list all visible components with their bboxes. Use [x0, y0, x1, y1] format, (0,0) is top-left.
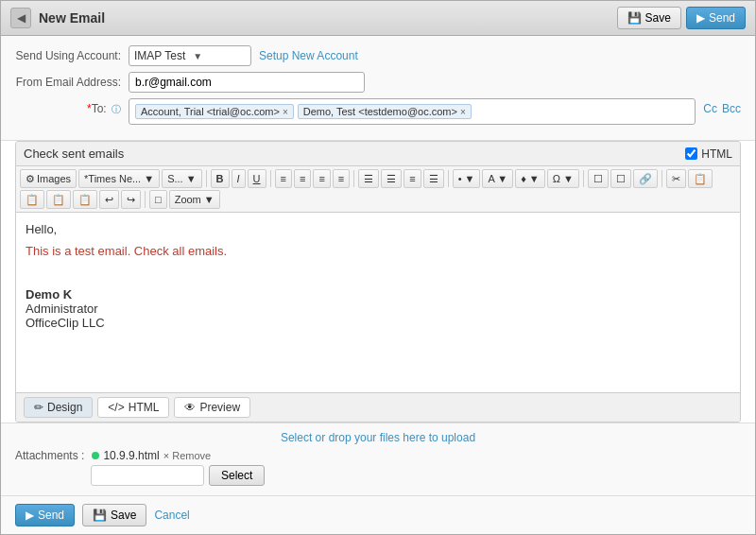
toolbar-font-color[interactable]: A ▼: [482, 169, 513, 188]
attach-input-row: Select: [91, 465, 741, 486]
send-button-footer[interactable]: ▶ Send: [15, 504, 75, 526]
design-icon: ✏: [34, 401, 43, 414]
editor-tabs: ✏ Design </> HTML 👁 Preview: [16, 392, 740, 422]
redo-icon: ↪: [127, 194, 135, 206]
toolbar-sep-4: [448, 170, 449, 187]
toolbar-sep-1: [206, 170, 207, 187]
bullets-icon: • ▼: [458, 173, 475, 184]
save-button-title[interactable]: 💾 Save: [617, 7, 681, 29]
toolbar-align-right[interactable]: ≡: [313, 169, 330, 188]
toolbar-paste-text[interactable]: 📋: [46, 190, 71, 209]
to-info-icon: ⓘ: [112, 104, 121, 114]
editor-content[interactable]: Hello, This is a test email. Check all e…: [16, 213, 740, 392]
account-dropdown-icon: ▼: [193, 51, 202, 61]
toolbar-cut[interactable]: ✂: [666, 169, 686, 188]
account-select[interactable]: IMAP Test ▼: [129, 45, 251, 66]
images-icon: ⚙: [26, 173, 35, 185]
toolbar-align-center[interactable]: ≡: [294, 169, 311, 188]
link-icon: 🔗: [639, 173, 652, 185]
token-1-remove[interactable]: ×: [283, 107, 288, 117]
from-input-wrap: [129, 72, 741, 93]
toolbar-list-ordered[interactable]: ☰: [358, 169, 379, 188]
align-center-icon: ≡: [300, 173, 305, 184]
toolbar-outdent[interactable]: ☰: [423, 169, 444, 188]
toolbar-fullscreen[interactable]: □: [149, 190, 167, 209]
toolbar-sep-2: [270, 170, 271, 187]
toolbar-underline[interactable]: U: [248, 169, 266, 188]
bold-icon: B: [216, 173, 224, 184]
attach-remove-link[interactable]: × Remove: [163, 450, 211, 461]
editor-subject: Check sent emails: [24, 147, 124, 161]
setup-new-account-link[interactable]: Setup New Account: [259, 49, 358, 62]
highlight-icon: ♦ ▼: [521, 173, 540, 184]
attach-file-1: 10.9.9.html × Remove: [92, 449, 211, 462]
tab-design[interactable]: ✏ Design: [24, 397, 93, 418]
toolbar-redo[interactable]: ↪: [121, 190, 141, 209]
cc-link[interactable]: Cc: [703, 102, 717, 115]
toolbar-copy[interactable]: 📋: [688, 169, 713, 188]
toolbar-font-size[interactable]: S... ▼: [162, 169, 201, 188]
attachments-label: Attachments :: [15, 449, 84, 462]
html-label: HTML: [129, 401, 160, 414]
token-2-remove[interactable]: ×: [460, 107, 466, 117]
tab-html[interactable]: </> HTML: [97, 397, 169, 418]
special-chars-icon: Ω ▼: [553, 173, 574, 184]
toolbar-font-family[interactable]: *Times Ne... ▼: [78, 169, 160, 188]
justify-icon: ≡: [338, 173, 344, 184]
upload-hint[interactable]: Select or drop your files here to upload: [15, 431, 741, 444]
bcc-link[interactable]: Bcc: [722, 102, 741, 115]
toolbar-highlight[interactable]: ♦ ▼: [515, 169, 545, 188]
save-label-footer: Save: [111, 509, 136, 522]
editor-line-body: This is a test email. Check all emails.: [26, 244, 730, 258]
toolbar-link[interactable]: 🔗: [633, 169, 658, 188]
editor-area: Check sent emails HTML ⚙ Images *Times N…: [15, 141, 741, 423]
attach-filename-input[interactable]: [91, 465, 204, 486]
back-button[interactable]: ◀: [10, 8, 31, 28]
fullscreen-icon: □: [155, 194, 162, 205]
tab-preview[interactable]: 👁 Preview: [174, 397, 250, 418]
toolbar-special-chars[interactable]: Ω ▼: [547, 169, 579, 188]
toolbar-align-left[interactable]: ≡: [275, 169, 292, 188]
send-using-label: Send Using Account:: [15, 49, 129, 62]
from-email-input[interactable]: [129, 72, 365, 93]
toolbar-bullets[interactable]: • ▼: [453, 169, 481, 188]
back-icon: ◀: [17, 11, 26, 25]
send-label-footer: Send: [38, 509, 64, 522]
to-tokens-container[interactable]: Account, Trial <trial@oc.com> × Demo, Te…: [129, 98, 696, 125]
toolbar-paste-word[interactable]: 📋: [73, 190, 97, 209]
save-button-footer[interactable]: 💾 Save: [82, 504, 146, 526]
cancel-button-footer[interactable]: Cancel: [154, 509, 189, 522]
editor-line-name: Demo K: [26, 287, 730, 302]
toolbar-zoom[interactable]: Zoom ▼: [169, 190, 220, 209]
toolbar-list-unordered[interactable]: ☰: [381, 169, 402, 188]
from-label: From Email Address:: [15, 76, 129, 89]
html-check-label: HTML: [701, 147, 732, 161]
titlebar: ◀ New Email 💾 Save ▶ Send: [1, 1, 755, 36]
toolbar-justify[interactable]: ≡: [333, 169, 350, 188]
toolbar-table[interactable]: ☐: [588, 169, 609, 188]
toolbar-paste[interactable]: 📋: [20, 190, 44, 209]
editor-line-hello: Hello,: [26, 222, 730, 236]
send-icon-footer: ▶: [26, 509, 34, 522]
save-icon-title: 💾: [627, 11, 642, 25]
toolbar-bold[interactable]: B: [211, 169, 230, 188]
paste-icon: 📋: [26, 194, 39, 206]
send-button-title[interactable]: ▶ Send: [686, 7, 746, 29]
toolbar-sep-5: [583, 170, 584, 187]
attachments-area: Select or drop your files here to upload…: [1, 423, 755, 495]
toolbar-sep-3: [353, 170, 354, 187]
toolbar-undo[interactable]: ↩: [99, 190, 119, 209]
token-2: Demo, Test <testdemo@oc.com> ×: [298, 104, 472, 119]
editor-subject-bar: Check sent emails HTML: [16, 142, 740, 166]
from-email-row: From Email Address:: [15, 72, 741, 93]
toolbar-media[interactable]: ☐: [610, 169, 631, 188]
file-name: 10.9.9.html: [103, 449, 159, 462]
toolbar-images[interactable]: ⚙ Images: [20, 169, 77, 188]
attach-select-button[interactable]: Select: [209, 465, 265, 486]
toolbar-indent[interactable]: ≡: [404, 169, 421, 188]
toolbar-italic[interactable]: I: [232, 169, 246, 188]
account-value: IMAP Test: [134, 49, 185, 62]
html-checkbox[interactable]: [685, 147, 697, 160]
editor-line-company: OfficeClip LLC: [26, 316, 730, 330]
save-label-title: Save: [645, 11, 671, 25]
